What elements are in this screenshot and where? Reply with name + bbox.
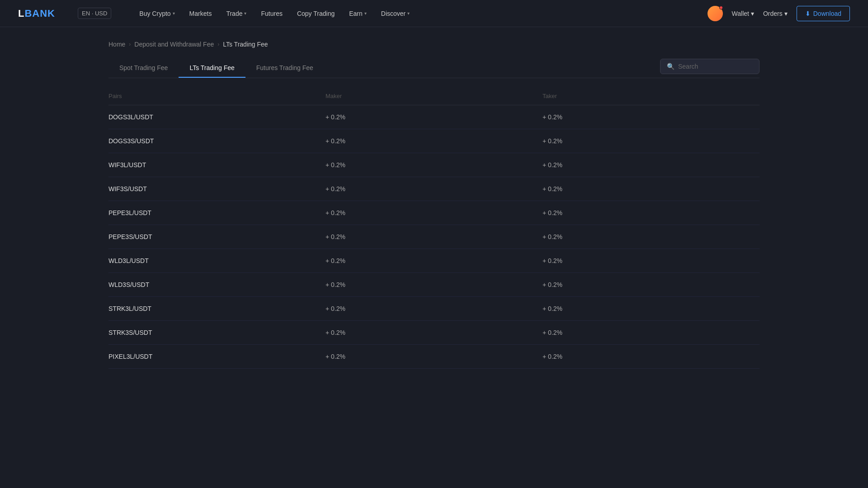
breadcrumb-home[interactable]: Home — [108, 41, 125, 48]
cell-pairs: DOGS3L/USDT — [108, 113, 326, 121]
header-maker: Maker — [326, 93, 542, 99]
wallet-button[interactable]: Wallet ▾ — [732, 10, 754, 17]
table-row: WIF3L/USDT + 0.2% + 0.2% — [108, 153, 760, 177]
cell-maker: + 0.2% — [326, 137, 542, 145]
chevron-down-icon: ▾ — [784, 10, 788, 17]
cell-pairs: WLD3S/USDT — [108, 281, 326, 288]
table-row: STRK3S/USDT + 0.2% + 0.2% — [108, 321, 760, 345]
download-button[interactable]: ⬇ Download — [797, 6, 850, 21]
tab-spot-trading-fee[interactable]: Spot Trading Fee — [108, 59, 179, 78]
cell-maker: + 0.2% — [326, 113, 542, 121]
nav-buy-crypto[interactable]: Buy Crypto ▾ — [134, 7, 180, 20]
nav-earn[interactable]: Earn ▾ — [344, 7, 372, 20]
table-row: WLD3L/USDT + 0.2% + 0.2% — [108, 249, 760, 273]
orders-button[interactable]: Orders ▾ — [763, 10, 788, 17]
cell-pairs: STRK3L/USDT — [108, 305, 326, 312]
nav-discover[interactable]: Discover ▾ — [376, 7, 415, 20]
cell-maker: + 0.2% — [326, 281, 542, 288]
cell-taker: + 0.2% — [542, 185, 760, 192]
search-icon: 🔍 — [667, 63, 675, 70]
chevron-down-icon: ▾ — [751, 10, 754, 17]
cell-taker: + 0.2% — [542, 281, 760, 288]
table-row: STRK3L/USDT + 0.2% + 0.2% — [108, 297, 760, 321]
cell-pairs: PIXEL3L/USDT — [108, 353, 326, 360]
main-content: Home › Deposit and Withdrawal Fee › LTs … — [0, 27, 868, 382]
cell-pairs: STRK3S/USDT — [108, 329, 326, 336]
cell-taker: + 0.2% — [542, 113, 760, 121]
nav-markets[interactable]: Markets — [184, 7, 217, 20]
fee-table: Pairs Maker Taker DOGS3L/USDT + 0.2% + 0… — [108, 87, 760, 369]
cell-maker: + 0.2% — [326, 161, 542, 169]
avatar[interactable] — [708, 6, 723, 21]
search-box[interactable]: 🔍 — [660, 59, 760, 74]
navbar-right: Wallet ▾ Orders ▾ ⬇ Download — [708, 6, 850, 21]
nav-links: Buy Crypto ▾ Markets Trade ▾ Futures Cop… — [134, 7, 707, 20]
cell-taker: + 0.2% — [542, 353, 760, 360]
cell-pairs: WIF3S/USDT — [108, 185, 326, 192]
locale-selector[interactable]: EN · USD — [78, 8, 111, 19]
chevron-down-icon: ▾ — [364, 11, 367, 16]
table-row: DOGS3L/USDT + 0.2% + 0.2% — [108, 105, 760, 129]
logo-text-bank: BANK — [24, 8, 55, 19]
search-input[interactable] — [678, 63, 753, 70]
cell-maker: + 0.2% — [326, 185, 542, 192]
tab-lts-trading-fee[interactable]: LTs Trading Fee — [179, 59, 245, 78]
table-body: DOGS3L/USDT + 0.2% + 0.2% DOGS3S/USDT + … — [108, 105, 760, 369]
cell-pairs: PEPE3S/USDT — [108, 233, 326, 240]
table-row: PEPE3L/USDT + 0.2% + 0.2% — [108, 201, 760, 225]
breadcrumb-current: LTs Trading Fee — [223, 41, 268, 48]
table-row: WLD3S/USDT + 0.2% + 0.2% — [108, 273, 760, 297]
nav-trade[interactable]: Trade ▾ — [221, 7, 252, 20]
nav-copy-trading[interactable]: Copy Trading — [292, 7, 340, 20]
cell-taker: + 0.2% — [542, 257, 760, 264]
navbar: LBANK EN · USD Buy Crypto ▾ Markets Trad… — [0, 0, 868, 27]
breadcrumb-deposit-fee[interactable]: Deposit and Withdrawal Fee — [134, 41, 214, 48]
cell-maker: + 0.2% — [326, 209, 542, 216]
logo-text: L — [18, 8, 24, 19]
cell-pairs: WIF3L/USDT — [108, 161, 326, 169]
cell-taker: + 0.2% — [542, 161, 760, 169]
cell-maker: + 0.2% — [326, 329, 542, 336]
table-row: PEPE3S/USDT + 0.2% + 0.2% — [108, 225, 760, 249]
nav-futures[interactable]: Futures — [255, 7, 288, 20]
cell-taker: + 0.2% — [542, 209, 760, 216]
table-row: PIXEL3L/USDT + 0.2% + 0.2% — [108, 345, 760, 369]
tabs: Spot Trading Fee LTs Trading Fee Futures… — [108, 59, 324, 78]
table-row: DOGS3S/USDT + 0.2% + 0.2% — [108, 129, 760, 153]
header-pairs: Pairs — [108, 93, 326, 99]
breadcrumb: Home › Deposit and Withdrawal Fee › LTs … — [108, 41, 760, 48]
cell-maker: + 0.2% — [326, 305, 542, 312]
cell-pairs: DOGS3S/USDT — [108, 137, 326, 145]
chevron-down-icon: ▾ — [407, 11, 410, 16]
cell-maker: + 0.2% — [326, 353, 542, 360]
cell-pairs: WLD3L/USDT — [108, 257, 326, 264]
header-taker: Taker — [542, 93, 760, 99]
download-icon: ⬇ — [805, 10, 811, 17]
chevron-down-icon: ▾ — [173, 11, 175, 16]
tab-futures-trading-fee[interactable]: Futures Trading Fee — [245, 59, 324, 78]
cell-maker: + 0.2% — [326, 233, 542, 240]
table-header: Pairs Maker Taker — [108, 87, 760, 105]
cell-taker: + 0.2% — [542, 233, 760, 240]
logo[interactable]: LBANK — [18, 8, 55, 19]
notification-dot — [719, 6, 723, 9]
cell-maker: + 0.2% — [326, 257, 542, 264]
cell-taker: + 0.2% — [542, 305, 760, 312]
table-row: WIF3S/USDT + 0.2% + 0.2% — [108, 177, 760, 201]
breadcrumb-sep-1: › — [129, 41, 131, 47]
tabs-bar: Spot Trading Fee LTs Trading Fee Futures… — [108, 59, 760, 78]
cell-pairs: PEPE3L/USDT — [108, 209, 326, 216]
chevron-down-icon: ▾ — [244, 11, 246, 16]
cell-taker: + 0.2% — [542, 137, 760, 145]
breadcrumb-sep-2: › — [217, 41, 219, 47]
cell-taker: + 0.2% — [542, 329, 760, 336]
